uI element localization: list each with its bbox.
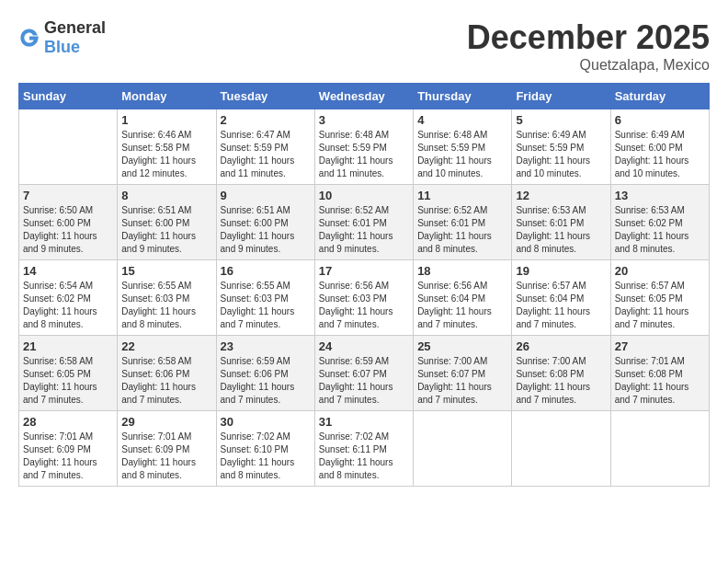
table-row: 8Sunrise: 6:51 AMSunset: 6:00 PMDaylight… xyxy=(118,185,216,260)
day-info: Sunrise: 6:48 AMSunset: 5:59 PMDaylight:… xyxy=(417,129,507,180)
table-row: 24Sunrise: 6:59 AMSunset: 6:07 PMDayligh… xyxy=(314,336,413,411)
generalblue-icon xyxy=(18,27,40,49)
table-row xyxy=(414,411,512,487)
day-number: 7 xyxy=(23,189,113,202)
day-number: 2 xyxy=(221,113,311,127)
day-number: 8 xyxy=(121,189,211,202)
day-info: Sunrise: 7:01 AMSunset: 6:09 PMDaylight:… xyxy=(23,431,113,482)
day-info: Sunrise: 6:46 AMSunset: 5:58 PMDaylight:… xyxy=(121,129,211,180)
day-number: 16 xyxy=(221,264,311,278)
day-number: 18 xyxy=(417,264,507,278)
table-row xyxy=(512,411,610,487)
day-info: Sunrise: 6:56 AMSunset: 6:03 PMDaylight:… xyxy=(319,280,409,331)
logo: General Blue xyxy=(18,18,106,57)
table-row: 25Sunrise: 7:00 AMSunset: 6:07 PMDayligh… xyxy=(414,336,512,411)
table-row: 26Sunrise: 7:00 AMSunset: 6:08 PMDayligh… xyxy=(512,336,610,411)
table-row: 3Sunrise: 6:48 AMSunset: 5:59 PMDaylight… xyxy=(314,109,413,185)
day-number: 13 xyxy=(615,189,705,202)
table-row: 21Sunrise: 6:58 AMSunset: 6:05 PMDayligh… xyxy=(19,336,118,411)
col-thursday: Thursday xyxy=(414,84,512,109)
day-number: 30 xyxy=(221,415,311,429)
day-info: Sunrise: 6:50 AMSunset: 6:00 PMDaylight:… xyxy=(23,204,113,256)
day-number: 1 xyxy=(121,113,211,127)
table-row: 19Sunrise: 6:57 AMSunset: 6:04 PMDayligh… xyxy=(512,260,610,336)
calendar-week-row: 14Sunrise: 6:54 AMSunset: 6:02 PMDayligh… xyxy=(19,260,710,336)
table-row: 13Sunrise: 6:53 AMSunset: 6:02 PMDayligh… xyxy=(610,185,709,260)
table-row xyxy=(610,411,709,487)
day-info: Sunrise: 6:55 AMSunset: 6:03 PMDaylight:… xyxy=(121,280,211,331)
day-number: 3 xyxy=(319,113,409,127)
day-info: Sunrise: 6:53 AMSunset: 6:02 PMDaylight:… xyxy=(615,204,705,256)
day-number: 20 xyxy=(615,264,705,278)
day-info: Sunrise: 6:47 AMSunset: 5:59 PMDaylight:… xyxy=(221,129,311,180)
col-friday: Friday xyxy=(512,84,610,109)
table-row: 17Sunrise: 6:56 AMSunset: 6:03 PMDayligh… xyxy=(314,260,413,336)
table-row: 29Sunrise: 7:01 AMSunset: 6:09 PMDayligh… xyxy=(118,411,216,487)
day-number: 31 xyxy=(319,415,409,429)
table-row: 31Sunrise: 7:02 AMSunset: 6:11 PMDayligh… xyxy=(314,411,413,487)
page-header: General Blue December 2025 Quetzalapa, M… xyxy=(18,18,710,74)
calendar-header-row: Sunday Monday Tuesday Wednesday Thursday… xyxy=(19,84,710,109)
table-row: 18Sunrise: 6:56 AMSunset: 6:04 PMDayligh… xyxy=(414,260,512,336)
day-number: 4 xyxy=(417,113,507,127)
day-info: Sunrise: 6:54 AMSunset: 6:02 PMDaylight:… xyxy=(23,280,113,331)
calendar-week-row: 21Sunrise: 6:58 AMSunset: 6:05 PMDayligh… xyxy=(19,336,710,411)
table-row: 20Sunrise: 6:57 AMSunset: 6:05 PMDayligh… xyxy=(610,260,709,336)
table-row: 6Sunrise: 6:49 AMSunset: 6:00 PMDaylight… xyxy=(610,109,709,185)
day-number: 29 xyxy=(121,415,211,429)
month-year-title: December 2025 xyxy=(467,18,710,57)
table-row: 27Sunrise: 7:01 AMSunset: 6:08 PMDayligh… xyxy=(610,336,709,411)
day-number: 26 xyxy=(516,339,606,353)
calendar-week-row: 7Sunrise: 6:50 AMSunset: 6:00 PMDaylight… xyxy=(19,185,710,260)
day-number: 19 xyxy=(516,264,606,278)
table-row: 12Sunrise: 6:53 AMSunset: 6:01 PMDayligh… xyxy=(512,185,610,260)
day-number: 27 xyxy=(615,339,705,353)
table-row: 28Sunrise: 7:01 AMSunset: 6:09 PMDayligh… xyxy=(19,411,118,487)
table-row: 15Sunrise: 6:55 AMSunset: 6:03 PMDayligh… xyxy=(118,260,216,336)
day-info: Sunrise: 6:55 AMSunset: 6:03 PMDaylight:… xyxy=(221,280,311,331)
day-info: Sunrise: 7:01 AMSunset: 6:09 PMDaylight:… xyxy=(121,431,211,482)
table-row: 4Sunrise: 6:48 AMSunset: 5:59 PMDaylight… xyxy=(414,109,512,185)
table-row: 23Sunrise: 6:59 AMSunset: 6:06 PMDayligh… xyxy=(216,336,314,411)
day-info: Sunrise: 6:52 AMSunset: 6:01 PMDaylight:… xyxy=(417,204,507,256)
table-row xyxy=(19,109,118,185)
day-info: Sunrise: 7:02 AMSunset: 6:11 PMDaylight:… xyxy=(319,431,409,482)
table-row: 2Sunrise: 6:47 AMSunset: 5:59 PMDaylight… xyxy=(216,109,314,185)
day-number: 15 xyxy=(121,264,211,278)
day-info: Sunrise: 6:49 AMSunset: 6:00 PMDaylight:… xyxy=(615,129,705,180)
day-info: Sunrise: 6:58 AMSunset: 6:06 PMDaylight:… xyxy=(121,355,211,407)
day-number: 21 xyxy=(23,339,113,353)
day-number: 22 xyxy=(121,339,211,353)
table-row: 5Sunrise: 6:49 AMSunset: 5:59 PMDaylight… xyxy=(512,109,610,185)
day-number: 23 xyxy=(221,339,311,353)
day-number: 17 xyxy=(319,264,409,278)
logo-blue-text: Blue xyxy=(44,38,80,56)
col-monday: Monday xyxy=(118,84,216,109)
day-info: Sunrise: 6:59 AMSunset: 6:06 PMDaylight:… xyxy=(221,355,311,407)
day-number: 11 xyxy=(417,189,507,202)
calendar-table: Sunday Monday Tuesday Wednesday Thursday… xyxy=(18,83,710,487)
day-info: Sunrise: 6:53 AMSunset: 6:01 PMDaylight:… xyxy=(516,204,606,256)
table-row: 30Sunrise: 7:02 AMSunset: 6:10 PMDayligh… xyxy=(216,411,314,487)
day-number: 5 xyxy=(516,113,606,127)
day-info: Sunrise: 6:48 AMSunset: 5:59 PMDaylight:… xyxy=(319,129,409,180)
table-row: 22Sunrise: 6:58 AMSunset: 6:06 PMDayligh… xyxy=(118,336,216,411)
day-number: 24 xyxy=(319,339,409,353)
location-subtitle: Quetzalapa, Mexico xyxy=(467,57,710,74)
day-info: Sunrise: 6:51 AMSunset: 6:00 PMDaylight:… xyxy=(121,204,211,256)
day-number: 10 xyxy=(319,189,409,202)
day-info: Sunrise: 7:00 AMSunset: 6:08 PMDaylight:… xyxy=(516,355,606,407)
day-info: Sunrise: 7:00 AMSunset: 6:07 PMDaylight:… xyxy=(417,355,507,407)
day-info: Sunrise: 6:57 AMSunset: 6:05 PMDaylight:… xyxy=(615,280,705,331)
col-sunday: Sunday xyxy=(19,84,118,109)
title-block: December 2025 Quetzalapa, Mexico xyxy=(467,18,710,74)
table-row: 16Sunrise: 6:55 AMSunset: 6:03 PMDayligh… xyxy=(216,260,314,336)
calendar-week-row: 28Sunrise: 7:01 AMSunset: 6:09 PMDayligh… xyxy=(19,411,710,487)
day-number: 12 xyxy=(516,189,606,202)
logo-general-text: General xyxy=(44,18,106,37)
day-info: Sunrise: 6:56 AMSunset: 6:04 PMDaylight:… xyxy=(417,280,507,331)
col-saturday: Saturday xyxy=(610,84,709,109)
day-info: Sunrise: 6:57 AMSunset: 6:04 PMDaylight:… xyxy=(516,280,606,331)
col-tuesday: Tuesday xyxy=(216,84,314,109)
col-wednesday: Wednesday xyxy=(314,84,413,109)
